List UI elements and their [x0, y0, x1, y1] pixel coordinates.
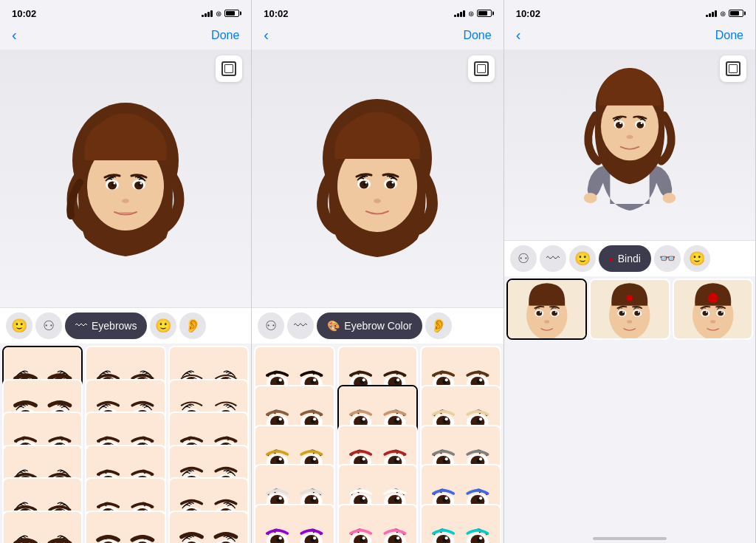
status-time-3: 10:02 — [516, 8, 540, 19]
svg-point-331 — [710, 321, 715, 324]
svg-point-308 — [554, 312, 556, 313]
battery-icon-2 — [477, 10, 492, 17]
color-tab-icon: 🎨 — [327, 320, 340, 332]
tab-brow-3[interactable]: 〰 — [540, 245, 566, 272]
svg-point-297 — [626, 135, 633, 139]
svg-point-213 — [479, 418, 482, 421]
signal-icon-1 — [202, 10, 213, 17]
avatar-area-2 — [252, 49, 503, 307]
back-button-2[interactable]: ‹ — [264, 27, 269, 44]
eyebrow-option-15[interactable] — [2, 510, 83, 544]
preview-icon-1 — [221, 61, 236, 76]
svg-point-189 — [479, 378, 482, 381]
tab-glasses-3[interactable]: 👓 — [654, 245, 681, 272]
nav-bar-2: ‹ Done — [252, 24, 503, 49]
tab-brow-2[interactable]: 〰 — [287, 313, 314, 339]
svg-point-193 — [279, 418, 282, 421]
svg-point-318 — [622, 312, 624, 313]
svg-point-217 — [279, 457, 282, 460]
tab-ear-3[interactable]: 🙂 — [684, 245, 710, 272]
svg-point-311 — [626, 295, 633, 301]
home-bar-3 — [593, 537, 667, 540]
avatar-1 — [59, 98, 192, 260]
done-button-3[interactable]: Done — [715, 29, 743, 42]
color-option-14[interactable] — [420, 504, 501, 543]
svg-point-329 — [706, 312, 707, 313]
eyebrow-option-16[interactable] — [85, 510, 165, 544]
back-button-3[interactable]: ‹ — [516, 27, 521, 44]
svg-point-9 — [140, 182, 142, 184]
svg-point-307 — [540, 312, 541, 313]
bindi-option-1[interactable] — [589, 279, 670, 339]
svg-point-330 — [721, 312, 722, 313]
status-bar-3: 10:02 ⊛ — [504, 0, 755, 24]
panel-eyebrows: 10:02 ⊛ ‹ Done — [0, 0, 252, 543]
svg-point-209 — [445, 418, 448, 421]
svg-point-299 — [662, 193, 676, 203]
svg-point-164 — [392, 181, 394, 183]
eyebrow-tab-icon: 〰 — [75, 319, 87, 332]
svg-point-273 — [362, 536, 365, 539]
svg-point-298 — [584, 193, 597, 203]
status-time-1: 10:02 — [12, 8, 36, 19]
svg-point-320 — [627, 321, 632, 324]
tab-eyebrow-color[interactable]: 🎨 Eyebrow Color — [317, 313, 422, 339]
eyebrow-option-17[interactable] — [168, 510, 249, 544]
wifi-icon-2: ⊛ — [468, 10, 474, 18]
tab-link-1[interactable]: ⚇ — [35, 313, 62, 339]
status-icons-3: ⊛ — [706, 10, 743, 18]
signal-icon-2 — [454, 10, 465, 17]
svg-point-201 — [362, 418, 365, 421]
tab-link-2[interactable]: ⚇ — [258, 313, 284, 339]
color-option-12[interactable] — [254, 504, 334, 543]
bindi-tab-icon: ● — [609, 255, 614, 263]
tab-ear-1[interactable]: 👂 — [179, 313, 206, 339]
avatar-area-3 — [504, 49, 755, 240]
svg-point-163 — [365, 181, 368, 183]
tab-bar-3: ⚇ 〰 🙂 ● Bindi 👓 🙂 — [504, 240, 755, 276]
signal-icon-3 — [706, 10, 717, 17]
tab-emoji-1[interactable]: 🙂 — [6, 313, 32, 339]
status-icons-2: ⊛ — [454, 10, 492, 18]
svg-point-322 — [707, 293, 718, 304]
tab-face-1[interactable]: 🙂 — [150, 313, 176, 339]
tab-eyebrows[interactable]: 〰 Eyebrows — [65, 313, 147, 339]
svg-point-295 — [619, 123, 622, 125]
bindi-options-grid — [504, 276, 755, 341]
bindi-tab-label: Bindi — [618, 253, 641, 264]
svg-point-237 — [479, 457, 482, 460]
eyebrow-tab-label: Eyebrows — [92, 320, 137, 332]
svg-point-173 — [313, 378, 316, 381]
svg-point-277 — [396, 536, 399, 539]
tab-bindi[interactable]: ● Bindi — [599, 245, 651, 272]
tab-face-3[interactable]: 🙂 — [569, 245, 596, 272]
preview-button-1[interactable] — [216, 55, 242, 82]
svg-point-261 — [479, 496, 482, 499]
done-button-1[interactable]: Done — [211, 29, 239, 42]
done-button-2[interactable]: Done — [463, 29, 491, 42]
wifi-icon-3: ⊛ — [720, 10, 726, 18]
svg-point-233 — [445, 457, 448, 460]
avatar-3 — [571, 49, 689, 241]
color-tab-label: Eyebrow Color — [344, 320, 412, 332]
tab-ear-2[interactable]: 👂 — [425, 313, 452, 339]
svg-point-269 — [313, 536, 316, 539]
svg-point-281 — [445, 536, 448, 539]
back-button-1[interactable]: ‹ — [12, 27, 17, 44]
svg-point-296 — [640, 123, 642, 125]
color-option-13[interactable] — [337, 504, 418, 543]
battery-icon-1 — [224, 10, 239, 17]
bindi-option-2[interactable] — [673, 279, 753, 339]
preview-button-2[interactable] — [468, 55, 495, 82]
svg-point-169 — [279, 378, 282, 381]
svg-point-225 — [362, 457, 365, 460]
panel-eyebrow-color: 10:02 ⊛ ‹ Done — [252, 0, 504, 543]
tab-link-3[interactable]: ⚇ — [510, 245, 537, 272]
avatar-area-1 — [0, 49, 251, 307]
svg-point-241 — [279, 496, 282, 499]
tab-bar-2: ⚇ 〰 🎨 Eyebrow Color 👂 — [252, 307, 503, 344]
wifi-icon-1: ⊛ — [216, 10, 221, 18]
svg-point-185 — [445, 378, 448, 381]
preview-button-3[interactable] — [720, 55, 746, 82]
bindi-option-0[interactable] — [506, 279, 587, 339]
